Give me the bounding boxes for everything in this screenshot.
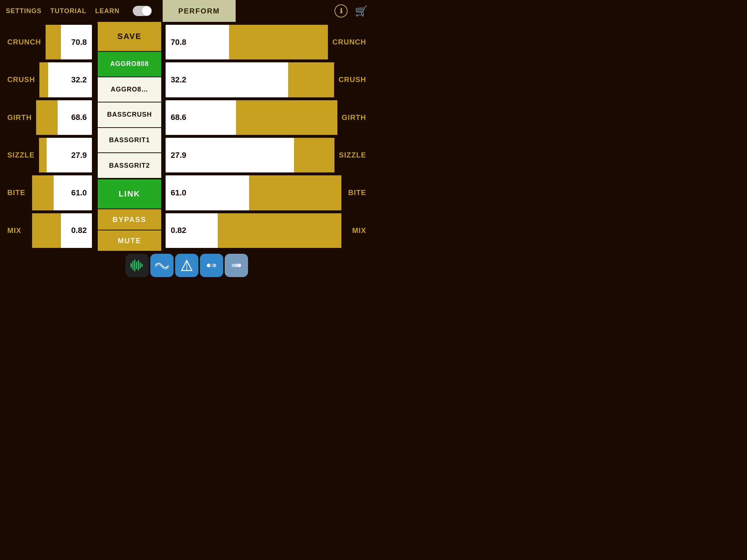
center-col-inner: SAVE AGGRO808AGGRO8…BASSCRUSHBASSGRIT1BA… [98, 22, 161, 251]
perform-button[interactable]: PERFORM [163, 0, 236, 22]
svg-rect-0 [131, 263, 132, 268]
right-panel: 70.8 CRUNCH 32.2 CRUSH 68.6 GIRTH 27.9 S… [164, 22, 374, 251]
top-bar: SETTINGS TUTORIAL LEARN PERFORM ℹ 🛒 [0, 0, 374, 22]
toggle-switch[interactable] [133, 6, 152, 16]
preset-item-4[interactable]: BASSGRIT2 [98, 153, 161, 179]
cart-button[interactable]: 🛒 [355, 5, 368, 17]
dock-waveform[interactable] [125, 254, 149, 277]
preset-item-3[interactable]: BASSGRIT1 [98, 128, 161, 153]
left-slider-row-5[interactable]: MIX 0.82 [3, 213, 92, 248]
left-slider-value-5: 0.82 [67, 213, 92, 248]
dock-dots[interactable] [200, 254, 223, 277]
left-slider-value-4: 61.0 [67, 175, 92, 210]
preset-item-0[interactable]: AGGRO808 [98, 52, 161, 77]
left-panel: CRUNCH 70.8 CRUSH 32.2 GIRTH 68.6 SIZZLE… [0, 22, 95, 251]
right-slider-track-4[interactable] [190, 175, 341, 210]
main-content: CRUNCH 70.8 CRUSH 32.2 GIRTH 68.6 SIZZLE… [0, 22, 374, 251]
right-slider-track-0[interactable] [190, 25, 328, 59]
tutorial-nav[interactable]: TUTORIAL [50, 7, 86, 15]
right-slider-label-1: CRUSH [334, 62, 371, 97]
right-slider-track-3[interactable] [190, 138, 334, 172]
svg-rect-1 [132, 261, 133, 270]
left-slider-label-3: SIZZLE [3, 138, 39, 172]
svg-point-11 [210, 264, 213, 267]
right-slider-row-4[interactable]: 61.0 BITE [166, 175, 371, 210]
top-nav: SETTINGS TUTORIAL LEARN [6, 6, 152, 16]
preset-item-1[interactable]: AGGRO8… [98, 77, 161, 103]
left-slider-row-0[interactable]: CRUNCH 70.8 [3, 25, 92, 59]
right-slider-row-2[interactable]: 68.6 GIRTH [166, 100, 371, 135]
bottom-dock [0, 251, 374, 280]
mute-button[interactable]: MUTE [98, 230, 161, 251]
left-slider-row-2[interactable]: GIRTH 68.6 [3, 100, 92, 135]
info-button[interactable]: ℹ [334, 4, 348, 18]
left-slider-label-4: BITE [3, 175, 32, 210]
left-slider-value-1: 32.2 [67, 62, 92, 97]
right-slider-value-4: 61.0 [166, 175, 190, 210]
svg-rect-5 [140, 262, 141, 268]
left-slider-row-3[interactable]: SIZZLE 27.9 [3, 138, 92, 172]
left-slider-track-3[interactable] [39, 138, 67, 172]
svg-point-14 [237, 264, 241, 267]
right-slider-value-1: 32.2 [166, 62, 190, 97]
save-button[interactable]: SAVE [98, 22, 161, 51]
right-slider-row-5[interactable]: 0.82 MIX [166, 213, 371, 248]
right-slider-track-2[interactable] [190, 100, 337, 135]
left-slider-track-4[interactable] [32, 175, 67, 210]
top-right: ℹ 🛒 [334, 4, 368, 18]
right-slider-value-0: 70.8 [166, 25, 190, 59]
right-slider-label-4: BITE [341, 175, 371, 210]
dock-dots2[interactable] [225, 254, 248, 277]
preset-list: AGGRO808AGGRO8…BASSCRUSHBASSGRIT1BASSGRI… [98, 52, 161, 179]
right-slider-row-3[interactable]: 27.9 SIZZLE [166, 138, 371, 172]
left-slider-row-4[interactable]: BITE 61.0 [3, 175, 92, 210]
right-slider-track-5[interactable] [190, 213, 341, 248]
toggle-knob [142, 6, 151, 16]
left-slider-value-2: 68.6 [67, 100, 92, 135]
link-button[interactable]: LINK [98, 179, 161, 209]
right-slider-value-2: 68.6 [166, 100, 190, 135]
left-slider-row-1[interactable]: CRUSH 32.2 [3, 62, 92, 97]
settings-nav[interactable]: SETTINGS [6, 7, 42, 15]
left-slider-label-1: CRUSH [3, 62, 39, 97]
center-panel: SAVE AGGRO808AGGRO8…BASSCRUSHBASSGRIT1BA… [95, 22, 164, 251]
svg-rect-2 [134, 260, 135, 271]
bypass-button[interactable]: BYPASS [98, 209, 161, 230]
svg-rect-3 [136, 262, 137, 269]
left-slider-value-3: 27.9 [67, 138, 92, 172]
right-slider-track-1[interactable] [190, 62, 334, 97]
dock-oscilloscope[interactable] [150, 254, 174, 277]
left-slider-track-5[interactable] [32, 213, 67, 248]
left-slider-label-5: MIX [3, 213, 32, 248]
right-slider-label-2: GIRTH [337, 100, 371, 135]
right-slider-row-1[interactable]: 32.2 CRUSH [166, 62, 371, 97]
left-slider-value-0: 70.8 [67, 25, 92, 59]
left-slider-track-2[interactable] [36, 100, 67, 135]
left-slider-track-0[interactable] [46, 25, 67, 59]
right-slider-label-3: SIZZLE [334, 138, 371, 172]
preset-item-2[interactable]: BASSCRUSH [98, 102, 161, 128]
right-slider-row-0[interactable]: 70.8 CRUNCH [166, 25, 371, 59]
left-slider-track-1[interactable] [39, 62, 67, 97]
right-slider-value-5: 0.82 [166, 213, 190, 248]
left-slider-label-2: GIRTH [3, 100, 36, 135]
right-slider-value-3: 27.9 [166, 138, 190, 172]
right-slider-label-5: MIX [341, 213, 371, 248]
right-slider-label-0: CRUNCH [328, 25, 371, 59]
learn-nav[interactable]: LEARN [95, 7, 120, 15]
svg-rect-4 [138, 260, 139, 271]
svg-rect-6 [142, 264, 143, 267]
left-slider-label-0: CRUNCH [3, 25, 46, 59]
dock-logo[interactable] [175, 254, 198, 277]
